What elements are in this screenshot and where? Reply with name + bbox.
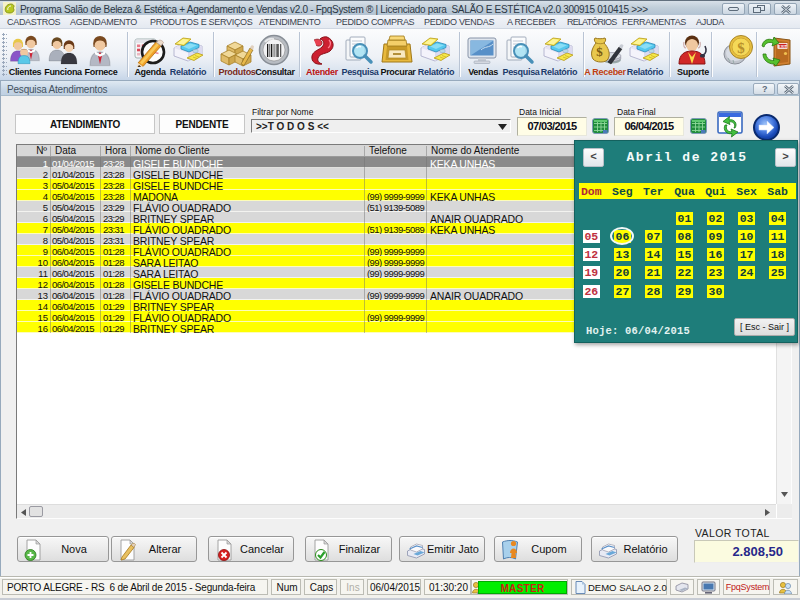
svg-text:EXIT: EXIT	[778, 44, 788, 49]
svg-text:$: $	[596, 44, 603, 59]
svg-text:$: $	[737, 40, 745, 56]
